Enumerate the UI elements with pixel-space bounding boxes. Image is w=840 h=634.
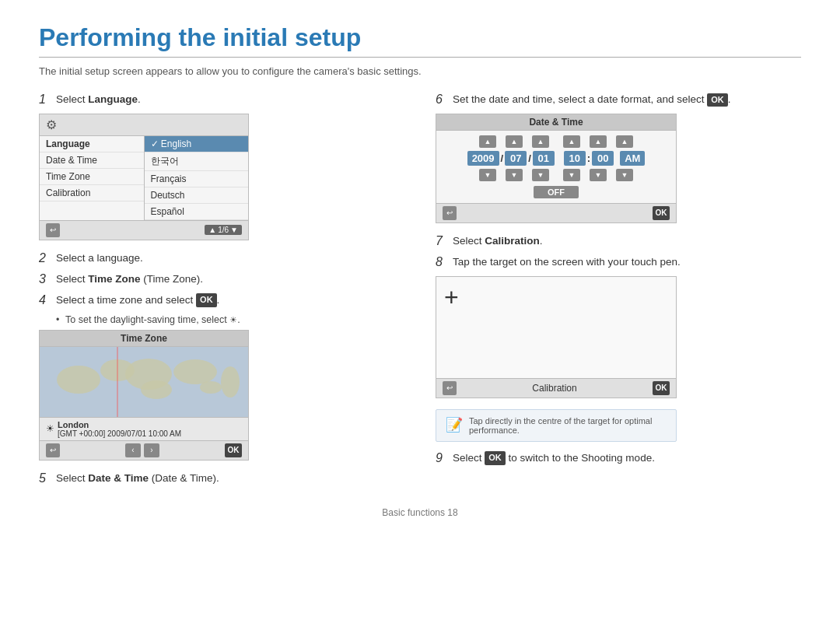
year-down-arrow[interactable]: ▼ (479, 169, 496, 181)
step-2-text: Select a language. (56, 251, 143, 266)
menu-item-timezone[interactable]: Time Zone (40, 169, 144, 185)
lang-korean[interactable]: 한국어 (145, 152, 249, 171)
page-subtitle: The initial setup screen appears to allo… (39, 65, 801, 77)
nav-up-icon: ▲ (208, 226, 216, 234)
step-9-text: Select OK to switch to the Shooting mode… (453, 451, 655, 466)
off-button[interactable]: OFF (534, 186, 579, 198)
svg-point-1 (57, 366, 100, 394)
sep1: / (501, 152, 504, 164)
datetime-values: 2009 / 07 / 01 10 : 00 AM (467, 151, 646, 166)
step-7: 7 Select Calibration. (436, 234, 801, 249)
sun-icon: ☀ (229, 315, 237, 324)
time-colon: : (587, 152, 590, 164)
step-5-num: 5 (39, 471, 53, 485)
page-title: Performing the initial setup (39, 23, 801, 52)
info-note: 📝 Tap directly in the centre of the targ… (436, 409, 677, 442)
map-svg (40, 347, 248, 417)
datetime-content: ▲ ▲ ▲ ▲ ▲ ▲ 2009 / 07 / 01 (436, 131, 676, 203)
menu-header: ⚙ (40, 114, 248, 136)
lang-english[interactable]: ✓ English (145, 136, 249, 152)
step-8: 8 Tap the target on the screen with your… (436, 255, 801, 270)
step-4-text: Select a time zone and select OK. (56, 293, 219, 308)
timezone-back-button[interactable]: ↩ (46, 443, 60, 457)
step-6: 6 Set the date and time, select a date f… (436, 93, 801, 107)
bullet-dot: • (56, 314, 61, 325)
timezone-info: ☀ London [GMT +00:00] 2009/07/01 10:00 A… (40, 417, 248, 440)
calibration-label: Calibration (457, 383, 653, 394)
step-1-text: Select Language. (56, 93, 141, 107)
datetime-ok-button[interactable]: OK (653, 206, 670, 220)
step-4-bullet: • To set the daylight-saving time, selec… (56, 314, 404, 325)
calibration-back-button[interactable]: ↩ (443, 381, 457, 395)
svg-point-4 (141, 380, 172, 399)
timezone-city: London (58, 420, 181, 429)
menu-item-language[interactable]: Language (40, 136, 144, 152)
month-up-arrow[interactable]: ▲ (506, 135, 523, 148)
step-7-text: Select Calibration. (453, 234, 543, 249)
menu-right-panel: ✓ English 한국어 Français Deutsch Español (145, 136, 249, 220)
page-footer: Basic functions 18 (39, 507, 801, 518)
year-up-arrow[interactable]: ▲ (479, 135, 496, 148)
timezone-sun-icon: ☀ (46, 423, 54, 434)
calibration-ok-button[interactable]: OK (653, 381, 670, 395)
crosshair-icon: + (444, 285, 459, 310)
timezone-title: Time Zone (40, 331, 248, 347)
ampm-down-arrow[interactable]: ▼ (616, 169, 633, 181)
datetime-down-row: ▼ ▼ ▼ ▼ ▼ ▼ (479, 169, 633, 181)
lang-german[interactable]: Deutsch (145, 187, 249, 204)
timezone-gmt: [GMT +00:00] 2009/07/01 10:00 AM (58, 429, 181, 438)
left-column: 1 Select Language. ⚙ Language Date & Tim… (39, 93, 404, 492)
day-down-arrow[interactable]: ▼ (532, 169, 549, 181)
right-column: 6 Set the date and time, select a date f… (436, 93, 801, 492)
menu-item-calibration[interactable]: Calibration (40, 185, 144, 201)
svg-point-5 (173, 359, 217, 384)
minute-up-arrow[interactable]: ▲ (590, 135, 607, 148)
page-indicator: 1/6 (218, 226, 229, 234)
lang-french[interactable]: Français (145, 171, 249, 187)
timezone-left-arrow[interactable]: ‹ (125, 443, 141, 457)
minute-down-arrow[interactable]: ▼ (590, 169, 607, 181)
title-divider (39, 57, 801, 58)
menu-back-button[interactable]: ↩ (46, 223, 60, 237)
menu-item-datetime[interactable]: Date & Time (40, 152, 144, 169)
ok-inline-6: OK (707, 93, 728, 107)
minute-value: 00 (592, 151, 614, 166)
sep2: / (528, 152, 531, 164)
step-2-num: 2 (39, 251, 53, 265)
step-3-text: Select Time Zone (Time Zone). (56, 272, 203, 287)
main-content: 1 Select Language. ⚙ Language Date & Tim… (39, 93, 801, 492)
world-map (40, 347, 248, 417)
datetime-back-button[interactable]: ↩ (443, 206, 457, 220)
menu-footer: ↩ ▲ 1/6 ▼ (40, 220, 248, 240)
step-3-num: 3 (39, 272, 53, 286)
hour-down-arrow[interactable]: ▼ (563, 169, 580, 181)
calibration-footer: ↩ Calibration OK (436, 378, 676, 398)
info-note-text: Tap directly in the centre of the target… (469, 416, 667, 435)
year-value: 2009 (467, 151, 499, 166)
timezone-ok-button[interactable]: OK (225, 443, 242, 457)
step-1-num: 1 (39, 93, 53, 107)
day-value: 01 (533, 151, 555, 166)
calibration-content: + (436, 277, 676, 378)
step-8-text: Tap the target on the screen with your t… (453, 255, 681, 270)
calibration-box: + ↩ Calibration OK (436, 276, 677, 398)
step-2: 2 Select a language. (39, 251, 404, 266)
day-up-arrow[interactable]: ▲ (532, 135, 549, 148)
step-5: 5 Select Date & Time (Date & Time). (39, 471, 404, 486)
month-down-arrow[interactable]: ▼ (506, 169, 523, 181)
menu-content: Language Date & Time Time Zone Calibrati… (40, 136, 248, 220)
step-6-text: Set the date and time, select a date for… (453, 93, 730, 107)
ampm-up-arrow[interactable]: ▲ (616, 135, 633, 148)
hour-up-arrow[interactable]: ▲ (563, 135, 580, 148)
menu-nav[interactable]: ▲ 1/6 ▼ (205, 225, 242, 235)
timezone-right-arrow[interactable]: › (144, 443, 159, 457)
timezone-details: London [GMT +00:00] 2009/07/01 10:00 AM (58, 420, 181, 438)
ampm-value: AM (620, 151, 645, 166)
step-8-num: 8 (436, 255, 450, 269)
step-6-num: 6 (436, 93, 450, 107)
step-9-num: 9 (436, 451, 450, 465)
nav-down-icon: ▼ (230, 226, 238, 234)
lang-spanish[interactable]: Español (145, 204, 249, 220)
step-5-text: Select Date & Time (Date & Time). (56, 471, 219, 486)
gear-icon: ⚙ (46, 117, 57, 132)
